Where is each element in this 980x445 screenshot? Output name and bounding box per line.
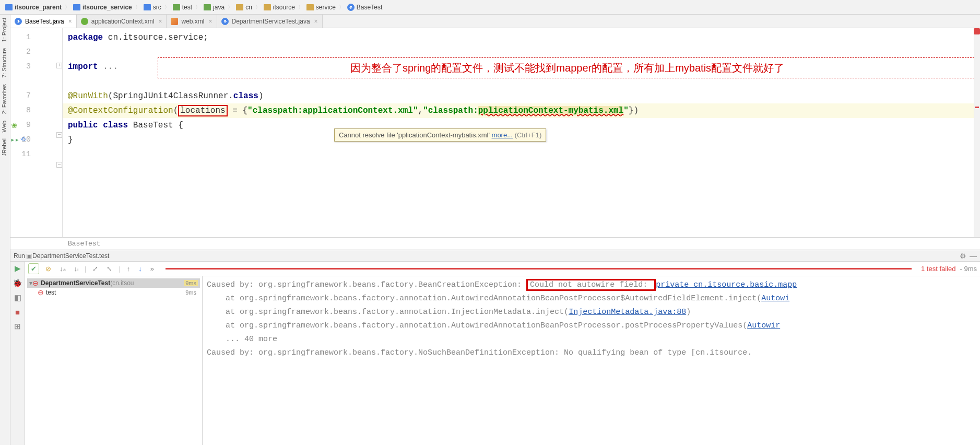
console-line: Caused by: org.springframework.beans.fac…	[207, 346, 976, 360]
editor-tab[interactable]: applicationContext.xml×	[77, 15, 167, 28]
folder-blue-icon	[144, 4, 151, 10]
folder-icon	[264, 4, 271, 10]
prev-icon[interactable]: ↑	[125, 264, 133, 274]
fail-icon: ⊖	[32, 279, 39, 287]
test-progress	[166, 268, 912, 270]
next-icon[interactable]: ↓	[136, 264, 144, 274]
expand-icon[interactable]: ⤢	[90, 264, 100, 274]
stacktrace-link[interactable]: private cn.itsource.basic.mapp	[656, 280, 797, 289]
close-icon[interactable]: ×	[209, 18, 212, 25]
editor-breadcrumb[interactable]: BaseTest	[10, 237, 980, 250]
sort-icon-2[interactable]: ↓ᵢ	[72, 264, 81, 274]
stacktrace-link[interactable]: Autowir	[747, 321, 780, 330]
annotation-callout: 因为整合了spring的配置文件，测试不能找到mapper的配置，所有加上myb…	[158, 57, 977, 78]
left-tool-strip: 1: Project7: Structure2: FavoritesWebJRe…	[0, 15, 10, 445]
console-line: at org.springframework.beans.factory.ann…	[207, 319, 976, 333]
sort-icon[interactable]: ↓ₐ	[57, 264, 68, 274]
test-status: 1 test failed	[921, 265, 956, 273]
stacktrace-link[interactable]: InjectionMetadata.java:88	[569, 308, 686, 317]
test-toolbar: ✔ ⊘ ↓ₐ ↓ᵢ | ⤢ ⤡ | ↑ ↓ » 1 test failed - …	[25, 262, 980, 276]
rerun-failed-button[interactable]: 🐞	[13, 278, 22, 288]
annotation: @ContextConfiguration	[68, 106, 173, 115]
minimize-icon[interactable]: —	[970, 252, 977, 260]
rerun-icon[interactable]: ⟲	[20, 133, 26, 147]
folder-icon	[236, 4, 243, 10]
run-title-label: Run	[14, 252, 25, 260]
test-total-time: - 9ms	[960, 265, 977, 273]
close-icon[interactable]: ×	[68, 18, 72, 25]
console-line: ... 40 more	[207, 333, 976, 346]
console-output[interactable]: Caused by: org.springframework.beans.fac…	[203, 276, 980, 445]
editor-tab[interactable]: web.xml×	[167, 15, 217, 28]
fold-toggle[interactable]: +	[56, 63, 62, 68]
console-line: Caused by: org.springframework.beans.fac…	[207, 278, 976, 292]
console-line: at org.springframework.beans.factory.ann…	[207, 306, 976, 319]
folder-green-icon	[173, 4, 180, 10]
unresolved-file[interactable]: pplicationContext-mybatis.xml	[478, 106, 623, 115]
stacktrace-link[interactable]: Autowi	[761, 294, 789, 303]
stop-button[interactable]: ■	[15, 308, 20, 317]
folder-icon	[306, 4, 314, 10]
editor-tabs: BaseTest.java×applicationContext.xml×web…	[10, 15, 980, 28]
breadcrumb-item[interactable]: service	[303, 4, 339, 11]
editor-tab[interactable]: BaseTest.java×	[10, 15, 77, 28]
settings-icon[interactable]: ⚙	[960, 252, 966, 260]
test-tree[interactable]: ▾ ⊖DepartmentServiceTest (cn.itsou9ms⊖te…	[25, 276, 203, 445]
close-icon[interactable]: ×	[158, 18, 162, 25]
toggle-button[interactable]: ◧	[14, 293, 21, 302]
xml-icon	[171, 18, 178, 25]
keyword: package	[68, 33, 103, 42]
breadcrumb-item[interactable]: itsource_parent	[2, 4, 65, 11]
test-tree-row[interactable]: ⊖test9ms	[27, 288, 200, 297]
tool-tab[interactable]: Web	[0, 118, 8, 135]
breadcrumb-item[interactable]: cn	[233, 4, 255, 11]
java-icon	[347, 4, 355, 11]
tooltip-more-link[interactable]: more...	[492, 131, 513, 139]
error-tooltip[interactable]: Cannot resolve file 'pplicationContext-m…	[334, 128, 546, 142]
tool-tab[interactable]: 2: Favorites	[0, 81, 8, 117]
run-gutter-icons[interactable]: ▸▸ ⟲	[10, 133, 26, 147]
fold-toggle[interactable]: −	[56, 162, 62, 168]
show-passed-icon[interactable]: ✔	[28, 263, 39, 274]
run-header: Run ▣ DepartmentServiceTest.test ⚙ —	[10, 250, 980, 262]
module-icon	[73, 4, 80, 10]
test-time: 9ms	[184, 280, 198, 286]
java-icon	[221, 18, 229, 25]
annotation-text: 因为整合了spring的配置文件，测试不能找到mapper的配置，所有加上myb…	[348, 61, 786, 75]
editor-tab[interactable]: DepartmentServiceTest.java×	[217, 15, 323, 28]
error-indicator-icon[interactable]	[974, 28, 980, 34]
folder-green-icon	[204, 4, 211, 10]
close-icon[interactable]: ×	[314, 18, 318, 25]
breadcrumb-item[interactable]: src	[140, 4, 164, 11]
breadcrumb-item[interactable]: java	[200, 4, 228, 11]
rerun-button[interactable]: ▶	[15, 264, 21, 273]
show-ignored-icon[interactable]: ⊘	[43, 264, 53, 274]
tool-tab[interactable]: 7: Structure	[0, 45, 8, 81]
test-tree-row[interactable]: ▾ ⊖DepartmentServiceTest (cn.itsou9ms	[27, 278, 200, 288]
breadcrumb-item[interactable]: itsource	[261, 4, 298, 11]
run-config-name[interactable]: DepartmentServiceTest.test	[32, 252, 109, 260]
breadcrumb-bar: itsource_parent〉itsource_service〉src〉tes…	[0, 0, 980, 15]
layout-button[interactable]: ⊞	[14, 322, 21, 331]
console-line: at org.springframework.beans.factory.ann…	[207, 292, 976, 306]
highlighted-locations: locations	[178, 105, 227, 116]
breadcrumb-item[interactable]: BaseTest	[344, 4, 385, 11]
keyword: import	[68, 62, 98, 72]
run-tool-window: Run ▣ DepartmentServiceTest.test ⚙ — ▶ 🐞…	[10, 250, 980, 445]
more-icon[interactable]: »	[148, 264, 156, 274]
tool-tab[interactable]: JRebel	[0, 135, 8, 159]
fold-toggle[interactable]: −	[56, 132, 62, 138]
code-body[interactable]: package cn.itsource.service; import ... …	[63, 28, 980, 164]
run-test-icon[interactable]: ▸▸	[10, 133, 19, 147]
collapse-icon[interactable]: ⤡	[104, 264, 114, 274]
error-mark[interactable]	[975, 107, 979, 108]
breadcrumb-item[interactable]: test	[170, 4, 195, 11]
breadcrumb-item[interactable]: itsource_service	[70, 4, 135, 11]
error-stripe[interactable]	[974, 28, 980, 237]
run-left-toolbar: ▶ 🐞 ◧ ■ ⊞	[10, 262, 25, 445]
line-gutter: + − − ❀ ▸▸ ⟲ 123 7891011	[10, 28, 63, 237]
highlighted-error: Could not autowire field:	[526, 279, 656, 291]
code-editor[interactable]: + − − ❀ ▸▸ ⟲ 123 7891011 package cn.itso…	[10, 28, 980, 237]
tool-tab[interactable]: 1: Project	[0, 15, 8, 45]
annotation: @RunWith	[68, 91, 108, 101]
